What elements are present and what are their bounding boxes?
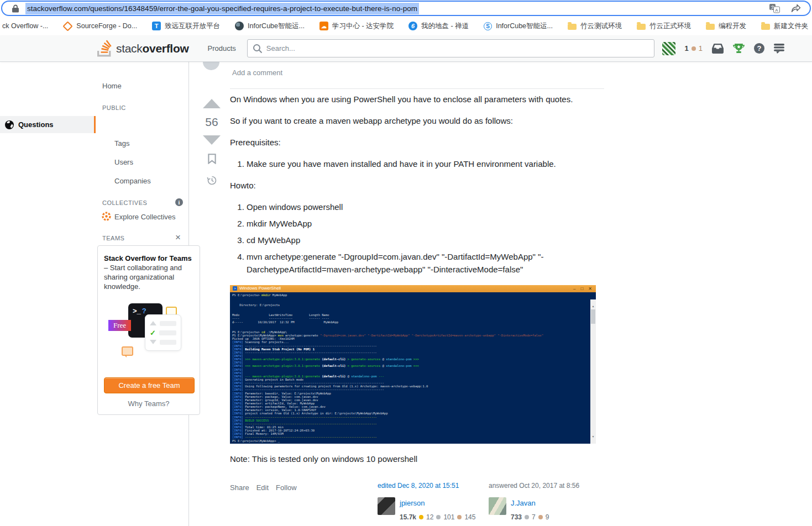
bronze-badge-count: 1: [699, 44, 703, 52]
inbox-icon[interactable]: [712, 43, 724, 54]
bookmark-inforcube-1[interactable]: InforCube智能运...: [235, 22, 305, 31]
globe-dark-icon: [235, 22, 244, 30]
answer-paragraph: Howto:: [230, 180, 605, 192]
bookmark-stack-overflow[interactable]: ck Overflow -...: [2, 22, 48, 30]
bookmark-sourceforge[interactable]: SourceForge - Do...: [63, 22, 137, 30]
sidebar-item-tags[interactable]: Tags: [114, 139, 129, 148]
why-teams-link[interactable]: Why Teams?: [104, 399, 193, 408]
reputation-indicator[interactable]: 1 1: [685, 44, 703, 52]
edit-link[interactable]: Edit: [256, 482, 269, 495]
folder-icon: [568, 24, 577, 30]
follow-link[interactable]: Follow: [276, 482, 297, 495]
bookmark-button[interactable]: [208, 154, 216, 166]
site-switcher-icon[interactable]: [774, 44, 784, 54]
upvote-button[interactable]: [203, 99, 221, 108]
gold-badge-icon: [419, 515, 423, 519]
help-icon[interactable]: ?: [754, 43, 764, 54]
terminal-body: PS E:\projects> mkdir MyWebApp Directory…: [230, 292, 596, 444]
sourceforge-icon: [63, 21, 73, 31]
bookmark-folder-programming[interactable]: 编程开发: [706, 22, 746, 31]
letter-s-icon: S: [484, 22, 492, 30]
left-sidebar: Home PUBLIC Questions Tags Users Compani…: [0, 62, 189, 526]
sidebar-item-label: Questions: [18, 120, 54, 129]
sidebar-item-home[interactable]: Home: [102, 82, 122, 90]
letter-t-icon: T: [152, 22, 161, 30]
sidebar-section-teams: TEAMS: [102, 235, 124, 241]
maximize-icon: □: [580, 285, 583, 292]
bookmark-zhiyuan-platform[interactable]: T致远互联开放平台: [152, 22, 220, 31]
answered-timestamp: answered Oct 20, 2017 at 8:56: [489, 482, 579, 490]
answerer-username-link[interactable]: J.Javan: [511, 497, 549, 510]
speech-bubble-orange-icon: [122, 346, 133, 356]
edited-signature: edited Dec 8, 2020 at 15:51 jpierson 15.…: [378, 480, 475, 524]
stackoverflow-logo-icon: [97, 40, 112, 57]
products-menu[interactable]: Products: [201, 40, 242, 57]
free-badge: Free: [108, 320, 131, 331]
collectives-icon: [102, 212, 111, 223]
bookmarks-bar: ck Overflow -... SourceForge - Do... T致远…: [0, 17, 812, 35]
sidebar-item-users[interactable]: Users: [114, 158, 133, 166]
stackoverflow-logo[interactable]: stackoverflow: [97, 40, 188, 57]
bookmark-folder-new[interactable]: 新建文件夹: [761, 22, 809, 31]
downvote-button[interactable]: [203, 135, 221, 145]
bookmark-zentao[interactable]: 6我的地盘 - 禅道: [408, 22, 469, 31]
scroll-down-icon: ▼: [590, 430, 596, 443]
answerer-reputation: 733 7 9: [511, 511, 549, 524]
sidebar-item-companies[interactable]: Companies: [114, 177, 151, 185]
folder-icon: [706, 24, 715, 30]
answer-note: Note: This is tested only on windows 10 …: [230, 453, 605, 466]
sidebar-section-public: PUBLIC: [102, 104, 126, 111]
bookmark-folder-zhuyun-test[interactable]: 竹云测试环境: [568, 22, 622, 31]
svg-text:A: A: [775, 7, 778, 12]
howto-item: Open windows powershell: [247, 201, 605, 214]
upvote-graphic-icon: [150, 321, 156, 325]
sidebar-section-collectives: COLLECTIVES: [102, 199, 147, 206]
editor-avatar[interactable]: [378, 497, 395, 515]
vote-count: 56: [205, 115, 218, 129]
url-bar[interactable]: stackoverflow.com/questions/16348459/err…: [1, 1, 811, 16]
search-input[interactable]: [247, 39, 654, 57]
post-footer: Share Edit Follow edited Dec 8, 2020 at …: [230, 480, 605, 518]
minimize-icon: –: [573, 285, 575, 292]
bookmark-inforcube-2[interactable]: SInforCube智能运...: [484, 22, 553, 31]
silver-badge-icon: [525, 515, 529, 519]
terminal-titlebar: > Windows PowerShell – □ ✕: [230, 285, 596, 292]
vote-cell: 56: [200, 99, 224, 188]
teams-close-icon[interactable]: ×: [175, 232, 181, 243]
achievements-trophy-icon[interactable]: [733, 43, 745, 54]
url-text[interactable]: stackoverflow.com/questions/16348459/err…: [25, 3, 419, 14]
globe-icon: [4, 120, 14, 130]
howto-item: mvn archetype:generate "-DgroupId=com.ja…: [247, 251, 605, 276]
add-comment-link[interactable]: Add a comment: [232, 69, 282, 77]
share-link[interactable]: Share: [230, 482, 249, 495]
create-free-team-button[interactable]: Create a free Team: [104, 377, 195, 393]
zentao-icon: 6: [408, 22, 417, 30]
downvote-graphic-icon: [150, 340, 156, 344]
powershell-icon: >: [233, 286, 237, 291]
lock-icon[interactable]: [12, 4, 19, 13]
teams-promo-text: Stack Overflow for Teams – Start collabo…: [104, 254, 193, 291]
sidebar-item-explore-collectives[interactable]: Explore Collectives: [114, 213, 176, 221]
terminal-scrollbar: ▲ ▼: [590, 299, 596, 444]
silver-badge-icon: [436, 515, 441, 519]
history-button[interactable]: [207, 175, 217, 188]
share-icon[interactable]: [791, 4, 801, 13]
scrollbar-thumb: [591, 309, 595, 324]
edited-timestamp-link[interactable]: edited Dec 8, 2020 at 15:51: [378, 482, 459, 490]
translate-icon[interactable]: 文A: [769, 4, 780, 13]
bookmark-folder-zhuyun-prod[interactable]: 竹云正式环境: [637, 22, 691, 31]
editor-username-link[interactable]: jpierson: [400, 497, 475, 510]
cloud-icon: ☁: [319, 22, 328, 30]
howto-list: Open windows powershell mkdir MyWebApp c…: [230, 201, 605, 276]
user-avatar[interactable]: [662, 42, 675, 55]
search-icon: [253, 44, 263, 56]
prerequisites-list: Make sure you have maven installed and h…: [230, 158, 605, 171]
bookmark-learning-center[interactable]: ☁学习中心 - 达安学院: [319, 22, 394, 31]
sidebar-item-questions[interactable]: Questions: [0, 116, 96, 133]
checklist-card-graphic: ✓: [145, 314, 181, 351]
answerer-avatar[interactable]: [489, 497, 506, 515]
bronze-badge-icon: [691, 46, 696, 51]
collectives-info-icon[interactable]: i: [175, 198, 183, 206]
editor-reputation: 15.7k 12 101 145: [400, 511, 475, 524]
post-actions: Share Edit Follow: [230, 482, 297, 495]
